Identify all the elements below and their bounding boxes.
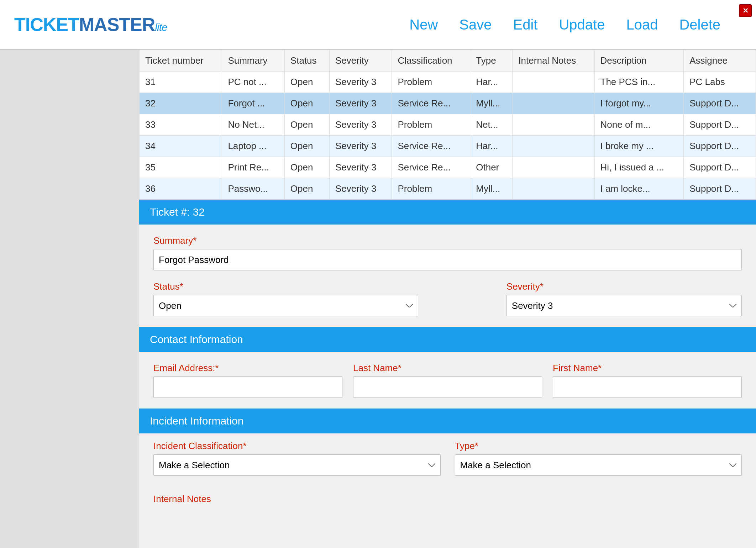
incident-form-body: Incident Classification* Make a Selectio… xyxy=(139,433,756,486)
severity-label: Severity* xyxy=(506,281,742,292)
incident-info-section: Incident Information Incident Classifica… xyxy=(139,409,756,486)
table-row[interactable]: 34Laptop ...OpenSeverity 3Service Re...H… xyxy=(140,136,756,157)
summary-input[interactable] xyxy=(153,249,742,270)
contact-info-header: Contact Information xyxy=(139,327,756,352)
table-cell: Support D... xyxy=(684,93,756,114)
edit-button[interactable]: Edit xyxy=(513,17,537,33)
table-cell: PC not ... xyxy=(222,72,284,93)
table-cell: Har... xyxy=(470,72,513,93)
table-row[interactable]: 31PC not ...OpenSeverity 3ProblemHar...T… xyxy=(140,72,756,93)
logo-master: MASTER xyxy=(79,14,155,35)
ticket-form: Ticket #: 32 Summary* Status* Open Close… xyxy=(139,200,756,327)
table-cell: Problem xyxy=(392,72,470,93)
severity-select[interactable]: Severity 1 Severity 2 Severity 3 Severit… xyxy=(506,295,742,316)
table-cell: Open xyxy=(284,114,329,136)
table-cell: PC Labs xyxy=(684,72,756,93)
ticket-form-body: Summary* Status* Open Closed Pending In … xyxy=(139,225,756,327)
table-cell: I am locke... xyxy=(594,178,684,200)
col-header-classification: Classification xyxy=(392,50,470,72)
table-cell: 31 xyxy=(140,72,222,93)
table-cell: Support D... xyxy=(684,157,756,178)
classification-select[interactable]: Make a Selection Problem Service Request… xyxy=(153,454,441,476)
table-cell: Other xyxy=(470,157,513,178)
main-nav: New Save Edit Update Load Delete xyxy=(409,17,720,33)
classification-label: Incident Classification* xyxy=(153,441,441,452)
col-header-ticket-number: Ticket number xyxy=(140,50,222,72)
table-cell: No Net... xyxy=(222,114,284,136)
first-name-input[interactable] xyxy=(553,376,742,398)
table-row[interactable]: 32Forgot ...OpenSeverity 3Service Re...M… xyxy=(140,93,756,114)
table-cell: Myll... xyxy=(470,93,513,114)
table-cell: Severity 3 xyxy=(329,72,392,93)
table-row[interactable]: 35Print Re...OpenSeverity 3Service Re...… xyxy=(140,157,756,178)
table-cell: Service Re... xyxy=(392,136,470,157)
new-button[interactable]: New xyxy=(409,17,438,33)
delete-button[interactable]: Delete xyxy=(679,17,720,33)
load-button[interactable]: Load xyxy=(626,17,658,33)
first-name-label: First Name* xyxy=(553,363,742,374)
table-cell xyxy=(513,157,594,178)
table-cell: Laptop ... xyxy=(222,136,284,157)
table-cell: Hi, I issued a ... xyxy=(594,157,684,178)
left-sidebar xyxy=(0,50,139,548)
first-name-col: First Name* xyxy=(553,363,742,398)
summary-label: Summary* xyxy=(153,235,742,246)
last-name-label: Last Name* xyxy=(353,363,542,374)
table-cell: Passwo... xyxy=(222,178,284,200)
col-header-description: Description xyxy=(594,50,684,72)
right-content[interactable]: Ticket number Summary Status Severity Cl… xyxy=(139,50,756,548)
table-cell: I broke my ... xyxy=(594,136,684,157)
table-row[interactable]: 36Passwo...OpenSeverity 3ProblemMyll...I… xyxy=(140,178,756,200)
main-content: Ticket number Summary Status Severity Cl… xyxy=(0,50,756,548)
contact-fields-row: Email Address:* Last Name* First Name* xyxy=(153,363,742,398)
save-button[interactable]: Save xyxy=(459,17,492,33)
internal-notes-label: Internal Notes xyxy=(153,494,742,505)
col-header-summary: Summary xyxy=(222,50,284,72)
severity-col: Severity* Severity 1 Severity 2 Severity… xyxy=(506,281,742,316)
table-cell: Severity 3 xyxy=(329,93,392,114)
table-cell: The PCS in... xyxy=(594,72,684,93)
table-header-row: Ticket number Summary Status Severity Cl… xyxy=(140,50,756,72)
table-cell: Service Re... xyxy=(392,157,470,178)
email-input[interactable] xyxy=(153,376,342,398)
table-cell: I forgot my... xyxy=(594,93,684,114)
col-header-type: Type xyxy=(470,50,513,72)
type-label: Type* xyxy=(455,441,742,452)
contact-info-section: Contact Information Email Address:* Last… xyxy=(139,327,756,409)
col-header-severity: Severity xyxy=(329,50,392,72)
update-button[interactable]: Update xyxy=(559,17,605,33)
col-header-assignee: Assignee xyxy=(684,50,756,72)
status-select[interactable]: Open Closed Pending In Progress xyxy=(153,295,418,316)
type-select[interactable]: Make a Selection Hardware Software Netwo… xyxy=(455,454,742,476)
close-icon: ✕ xyxy=(742,7,749,14)
table-cell: 33 xyxy=(140,114,222,136)
logo-ticket: TICKET xyxy=(14,14,79,35)
table-cell xyxy=(513,72,594,93)
table-cell: Support D... xyxy=(684,136,756,157)
last-name-input[interactable] xyxy=(353,376,542,398)
table-cell xyxy=(513,136,594,157)
internal-notes-section: Internal Notes xyxy=(139,486,756,505)
table-row[interactable]: 33No Net...OpenSeverity 3ProblemNet...No… xyxy=(140,114,756,136)
table-cell: Open xyxy=(284,178,329,200)
status-label: Status* xyxy=(153,281,418,292)
status-severity-row: Status* Open Closed Pending In Progress … xyxy=(153,281,742,316)
table-cell: 34 xyxy=(140,136,222,157)
table-cell: Severity 3 xyxy=(329,114,392,136)
table-cell: 35 xyxy=(140,157,222,178)
table-cell: Net... xyxy=(470,114,513,136)
incident-info-header: Incident Information xyxy=(139,409,756,433)
table-cell: None of m... xyxy=(594,114,684,136)
classification-col: Incident Classification* Make a Selectio… xyxy=(153,441,441,476)
table-cell: Support D... xyxy=(684,114,756,136)
table-cell: 36 xyxy=(140,178,222,200)
app-header: TICKETMASTERlite New Save Edit Update Lo… xyxy=(0,0,756,50)
type-col: Type* Make a Selection Hardware Software… xyxy=(455,441,742,476)
close-button[interactable]: ✕ xyxy=(739,4,752,17)
last-name-col: Last Name* xyxy=(353,363,542,398)
ticket-table: Ticket number Summary Status Severity Cl… xyxy=(139,50,756,200)
table-cell: Severity 3 xyxy=(329,136,392,157)
table-cell: 32 xyxy=(140,93,222,114)
table-cell: Open xyxy=(284,72,329,93)
table-cell: Forgot ... xyxy=(222,93,284,114)
